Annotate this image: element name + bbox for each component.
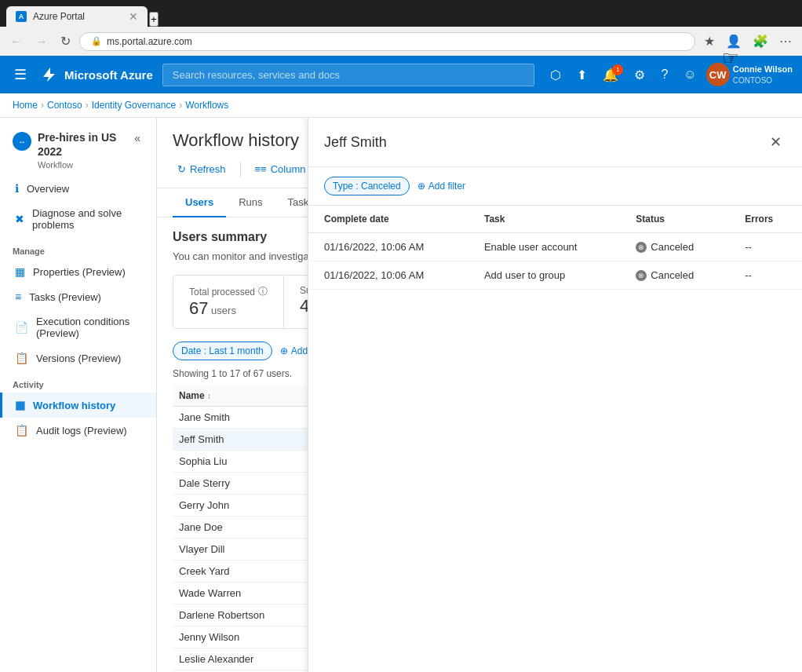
url-text: ms.portal.azure.com <box>107 36 192 47</box>
browser-action-buttons: ★ 👤 🧩 ⋯ <box>700 31 796 51</box>
detail-add-filter-icon: ⊕ <box>417 181 425 192</box>
sidebar-item-execution[interactable]: 📄 Execution conditions (Preview) <box>0 309 156 345</box>
detail-date-cell: 01/16/2022, 10:06 AM <box>308 233 468 261</box>
favorites-button[interactable]: ★ <box>700 31 719 51</box>
help-button[interactable]: ? <box>654 63 674 86</box>
sidebar-item-label: Versions (Preview) <box>36 352 121 364</box>
type-filter-badge[interactable]: Type : Canceled <box>324 177 410 195</box>
sidebar-item-label: Workflow history <box>33 400 115 411</box>
reload-button[interactable]: ↻ <box>57 32 75 50</box>
forward-button[interactable]: → <box>31 33 52 50</box>
detail-table-row[interactable]: 01/16/2022, 10:06 AM Add user to group ⊗… <box>308 261 802 290</box>
sidebar-item-audit-logs[interactable]: 📋 Audit logs (Preview) <box>0 418 156 443</box>
refresh-button[interactable]: ↻ Refresh <box>173 160 231 178</box>
refresh-icon: ↻ <box>177 163 186 175</box>
breadcrumb: Home › Contoso › Identity Governance › W… <box>0 93 802 118</box>
refresh-label: Refresh <box>190 163 226 175</box>
add-filter-icon: ⊕ <box>280 345 288 356</box>
profile-button[interactable]: 👤 <box>722 31 745 51</box>
detail-add-filter-label: Add filter <box>428 181 465 192</box>
tasks-icon: ≡ <box>15 290 21 303</box>
browser-chrome: A Azure Portal ✕ + ← → ↻ 🔒 ms.portal.azu… <box>0 0 802 56</box>
execution-icon: 📄 <box>15 321 28 334</box>
sidebar-item-workflow-history[interactable]: ▦ Workflow history <box>0 393 156 418</box>
detail-col-date: Complete date <box>308 206 468 233</box>
address-bar[interactable]: 🔒 ms.portal.azure.com <box>79 32 695 51</box>
breadcrumb-sep-1: › <box>41 100 44 111</box>
activity-section-label: Activity <box>0 371 156 393</box>
status-dot: ⊗ <box>636 270 647 281</box>
info-icon[interactable]: ⓘ <box>258 285 268 298</box>
breadcrumb-home[interactable]: Home <box>13 100 38 111</box>
breadcrumb-contoso[interactable]: Contoso <box>47 100 82 111</box>
sidebar-item-label: Execution conditions (Preview) <box>36 316 144 339</box>
detail-table: Complete date Task Status Errors 01/16/2… <box>308 206 802 290</box>
sidebar-header: ↔ Pre-hires in US 2022 Workflow « <box>0 118 156 176</box>
tab-runs[interactable]: Runs <box>226 188 275 217</box>
audit-logs-icon: 📋 <box>15 424 28 436</box>
header-icons: ⬡ ⬆ 🔔 1 ⚙ ? ☺ CW Connie Wilson CONTOSO <box>544 63 793 87</box>
hamburger-menu-button[interactable]: ☰ <box>9 63 31 86</box>
sidebar-item-label: Tasks (Preview) <box>29 291 101 303</box>
detail-table-body: 01/16/2022, 10:06 AM Enable user account… <box>308 233 802 290</box>
settings-button[interactable]: ⚙ <box>628 63 651 87</box>
detail-person-name: Jeff Smith <box>324 134 387 151</box>
detail-close-button[interactable]: ✕ <box>765 130 786 154</box>
breadcrumb-identity[interactable]: Identity Governance <box>92 100 176 111</box>
sidebar-item-diagnose[interactable]: ✖ Diagnose and solve problems <box>0 201 156 237</box>
overview-icon: ℹ <box>15 182 19 195</box>
sidebar-item-tasks[interactable]: ≡ Tasks (Preview) <box>0 284 156 309</box>
column-button[interactable]: ≡≡ Column <box>250 160 311 178</box>
notifications-button[interactable]: 🔔 1 <box>596 63 625 87</box>
toolbar-divider-1 <box>240 162 241 177</box>
user-info: Connie Wilson CONTOSO <box>733 64 793 85</box>
content-area: Workflow history ↻ Refresh ≡≡ Column ↗ W… <box>157 118 802 672</box>
sidebar-item-label: Diagnose and solve problems <box>32 207 144 231</box>
cloud-shell-button[interactable]: ⬡ <box>544 63 567 87</box>
column-icon: ≡≡ <box>255 163 267 175</box>
tab-users[interactable]: Users <box>173 188 226 217</box>
back-button[interactable]: ← <box>6 33 27 50</box>
new-tab-button[interactable]: + <box>149 12 159 27</box>
sidebar-workflow-name: Pre-hires in US 2022 <box>38 130 125 159</box>
directory-button[interactable]: ⬆ <box>571 63 593 87</box>
sidebar-item-overview[interactable]: ℹ Overview <box>0 176 156 201</box>
properties-icon: ▦ <box>15 265 25 278</box>
status-canceled: ⊗ Canceled <box>636 269 713 281</box>
azure-logo-text: Microsoft Azure <box>64 68 153 82</box>
azure-header: ☰ Microsoft Azure ⬡ ⬆ 🔔 1 ⚙ ? ☺ CW Conni… <box>0 56 802 93</box>
status-dot: ⊗ <box>636 242 647 253</box>
sidebar-title-block: Pre-hires in US 2022 Workflow <box>38 130 125 170</box>
browser-tabs-bar: A Azure Portal ✕ + <box>0 0 802 27</box>
feedback-button[interactable]: ☺ <box>677 63 702 86</box>
detail-filter-bar: Type : Canceled ⊕ Add filter <box>308 167 802 206</box>
workflow-icon: ↔ <box>13 132 31 151</box>
user-avatar[interactable]: CW <box>706 63 730 86</box>
sidebar-item-properties[interactable]: ▦ Properties (Preview) <box>0 259 156 284</box>
date-filter-badge[interactable]: Date : Last 1 month <box>173 341 272 360</box>
header-search-input[interactable] <box>162 64 535 86</box>
detail-add-filter-button[interactable]: ⊕ Add filter <box>417 181 465 192</box>
stat-total-processed: Total processed ⓘ 67 users <box>173 276 284 328</box>
user-org: CONTOSO <box>733 75 793 86</box>
hamburger-icon: ☰ <box>14 67 27 82</box>
active-browser-tab[interactable]: A Azure Portal ✕ <box>6 6 148 27</box>
detail-errors-cell: -- <box>729 261 802 290</box>
detail-col-status: Status <box>620 206 729 233</box>
breadcrumb-workflows[interactable]: Workflows <box>185 100 228 111</box>
browser-toolbar: ← → ↻ 🔒 ms.portal.azure.com ★ 👤 🧩 ⋯ <box>0 27 802 56</box>
tab-close-button[interactable]: ✕ <box>129 11 138 22</box>
sidebar-item-versions[interactable]: 📋 Versions (Preview) <box>0 345 156 371</box>
detail-col-task: Task <box>468 206 620 233</box>
detail-status-cell: ⊗ Canceled <box>620 261 729 290</box>
extensions-button[interactable]: 🧩 <box>749 31 772 51</box>
detail-col-errors: Errors <box>729 206 802 233</box>
detail-date-cell: 01/16/2022, 10:06 AM <box>308 261 468 290</box>
more-button[interactable]: ⋯ <box>775 31 796 51</box>
versions-icon: 📋 <box>15 352 28 364</box>
detail-table-row[interactable]: 01/16/2022, 10:06 AM Enable user account… <box>308 233 802 261</box>
detail-status-cell: ⊗ Canceled <box>620 233 729 261</box>
sidebar-item-label: Overview <box>27 183 69 195</box>
sidebar-collapse-button[interactable]: « <box>131 130 144 146</box>
detail-header-row: Complete date Task Status Errors <box>308 206 802 233</box>
